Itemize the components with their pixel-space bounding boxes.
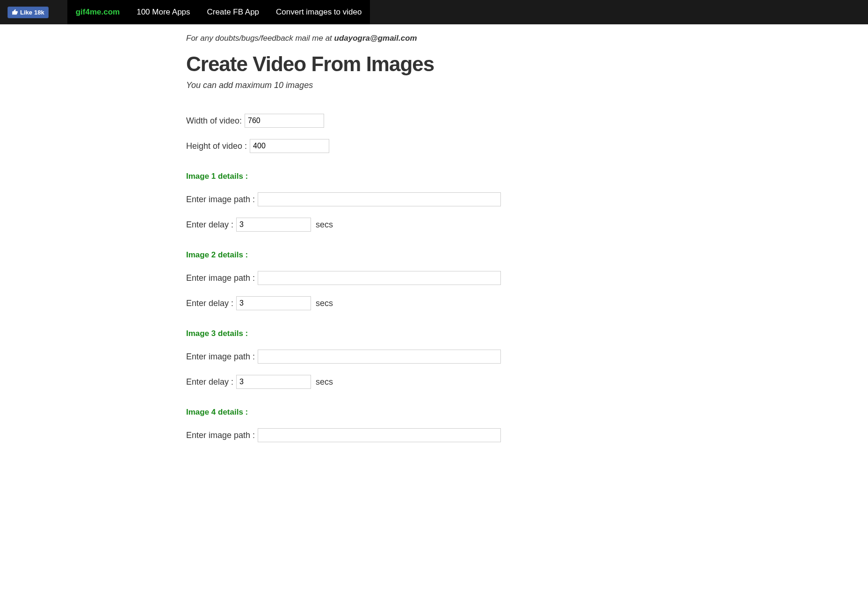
feedback-prefix: For any doubts/bugs/feedback mail me at	[186, 34, 334, 43]
delay-suffix: secs	[316, 377, 333, 387]
nav-item-0[interactable]: gif4me.com	[67, 0, 128, 24]
nav-item-2[interactable]: Create FB App	[199, 0, 268, 24]
image-delay-label: Enter delay :	[186, 299, 233, 308]
image-path-input-4[interactable]	[258, 428, 501, 442]
width-row: Width of video:	[186, 114, 682, 128]
fb-like-count: 18k	[34, 9, 44, 16]
delay-suffix: secs	[316, 299, 333, 308]
width-input[interactable]	[245, 114, 324, 128]
nav-item-3[interactable]: Convert images to video	[268, 0, 370, 24]
image-path-row-3: Enter image path :	[186, 350, 682, 364]
image-delay-row-1: Enter delay :secs	[186, 218, 682, 232]
image-path-label: Enter image path :	[186, 352, 255, 362]
image-path-row-2: Enter image path :	[186, 271, 682, 285]
image-path-label: Enter image path :	[186, 195, 255, 205]
image-heading-2: Image 2 details :	[186, 250, 682, 260]
feedback-email: udayogra@gmail.com	[334, 34, 417, 43]
image-heading-4: Image 4 details :	[186, 408, 682, 417]
image-path-label: Enter image path :	[186, 273, 255, 283]
image-path-label: Enter image path :	[186, 431, 255, 440]
nav-item-1[interactable]: 100 More Apps	[128, 0, 198, 24]
image-delay-row-3: Enter delay :secs	[186, 375, 682, 389]
image-path-input-3[interactable]	[258, 350, 501, 364]
main-nav: gif4me.com100 More AppsCreate FB AppConv…	[67, 0, 370, 24]
image-path-row-1: Enter image path :	[186, 192, 682, 206]
image-heading-1: Image 1 details :	[186, 172, 682, 181]
page-title: Create Video From Images	[186, 52, 682, 76]
main-content: For any doubts/bugs/feedback mail me at …	[186, 24, 682, 472]
height-label: Height of video :	[186, 141, 247, 151]
delay-suffix: secs	[316, 220, 333, 230]
fb-like-label: Like	[20, 9, 32, 16]
image-delay-input-1[interactable]	[236, 218, 311, 232]
image-path-row-4: Enter image path :	[186, 428, 682, 442]
facebook-like-button[interactable]: Like 18k	[7, 7, 49, 18]
height-input[interactable]	[250, 139, 329, 153]
image-delay-input-2[interactable]	[236, 296, 311, 310]
image-path-input-1[interactable]	[258, 192, 501, 206]
image-delay-input-3[interactable]	[236, 375, 311, 389]
height-row: Height of video :	[186, 139, 682, 153]
top-navigation-bar: Like 18k gif4me.com100 More AppsCreate F…	[0, 0, 868, 24]
image-heading-3: Image 3 details :	[186, 329, 682, 338]
image-delay-label: Enter delay :	[186, 377, 233, 387]
image-delay-label: Enter delay :	[186, 220, 233, 230]
page-subtitle: You can add maximum 10 images	[186, 80, 682, 90]
feedback-line: For any doubts/bugs/feedback mail me at …	[186, 34, 682, 43]
image-delay-row-2: Enter delay :secs	[186, 296, 682, 310]
thumbs-up-icon	[12, 9, 18, 15]
image-path-input-2[interactable]	[258, 271, 501, 285]
width-label: Width of video:	[186, 116, 242, 126]
